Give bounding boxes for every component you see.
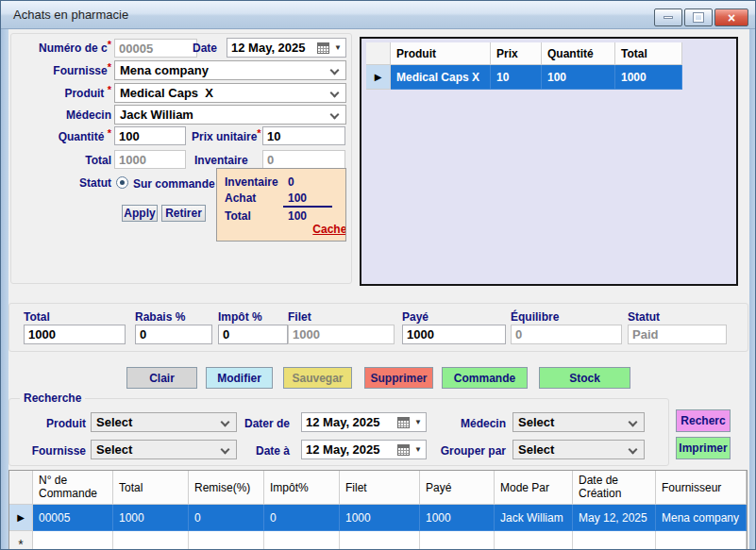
cell[interactable] [495, 531, 573, 550]
hide-popup-link[interactable]: Cacher [312, 223, 346, 236]
cell[interactable]: 1000 [420, 505, 495, 531]
popup-total-value: 100 [288, 209, 307, 223]
order-no-label: Numéro de c* [29, 42, 111, 55]
new-row-selector-cell[interactable]: * [9, 531, 33, 550]
row-selector-icon: ▶ [375, 72, 382, 82]
print-button[interactable]: Imprimer [676, 437, 731, 459]
cell[interactable] [420, 531, 495, 550]
unit-price-input[interactable] [262, 126, 345, 145]
cell[interactable]: 1000 [113, 505, 189, 531]
items-grid-row[interactable]: ▶ Medical Caps X 10 100 1000 [366, 65, 682, 90]
cell[interactable]: 1000 [615, 65, 682, 90]
save-button[interactable]: Sauvegar [283, 367, 352, 389]
column-header[interactable]: Impôt% [264, 471, 340, 505]
balance-input[interactable] [511, 325, 622, 344]
order-button[interactable]: Commande [442, 367, 528, 389]
cell[interactable]: 1000 [340, 505, 420, 531]
remove-button[interactable]: Retirer [161, 205, 206, 222]
column-header[interactable]: Payé [420, 471, 495, 505]
minimize-button[interactable] [654, 8, 682, 26]
orders-grid-new-row[interactable]: * [9, 531, 747, 550]
close-button[interactable]: × [714, 8, 748, 26]
cell[interactable]: Mena company [656, 505, 747, 531]
group-by-label: Grouper par [440, 444, 506, 458]
cell[interactable] [113, 531, 189, 550]
delete-button[interactable]: Supprimer [364, 367, 433, 389]
line-total-input[interactable] [114, 150, 186, 169]
supplier-combo[interactable]: Mena company [114, 60, 346, 80]
cell[interactable]: Medical Caps X [391, 65, 491, 90]
column-header[interactable]: Date de Création [573, 471, 656, 505]
doctor-label: Médecin [29, 108, 111, 122]
search-supplier-label: Fournisse [25, 444, 86, 458]
inventory-input[interactable] [262, 150, 345, 169]
date-dropdown-icon: ▼ [414, 418, 422, 426]
clear-button[interactable]: Clair [126, 367, 197, 389]
column-header[interactable]: Filet [340, 471, 420, 505]
line-total-label: Total [29, 154, 111, 167]
cell[interactable]: 10 [491, 65, 542, 90]
cell[interactable]: 100 [542, 65, 615, 90]
net-input[interactable] [288, 325, 395, 344]
supplier-value: Mena company [120, 63, 209, 77]
cell[interactable] [656, 531, 747, 550]
column-header[interactable]: Fournisseur [656, 471, 747, 505]
status-option-label[interactable]: Sur commande [133, 177, 215, 191]
discount-input[interactable] [135, 325, 212, 344]
stock-button[interactable]: Stock [539, 367, 630, 389]
column-header[interactable]: Total [113, 471, 189, 505]
column-header[interactable]: Quantité [542, 42, 615, 65]
popup-purchase-value: 100 [288, 192, 307, 205]
modify-button[interactable]: Modifier [206, 367, 273, 389]
chevron-down-icon [221, 445, 230, 455]
popup-inventory-value: 0 [288, 175, 294, 189]
orders-grid: N° de Commande Total Remise(%) Impôt% Fi… [8, 470, 748, 550]
row-selector-cell[interactable]: ▶ [366, 65, 391, 90]
search-supplier-combo[interactable]: Select [91, 440, 237, 459]
pay-status-label: Statut [628, 310, 660, 324]
cell[interactable] [264, 531, 340, 550]
column-header[interactable]: Mode Par [495, 471, 573, 505]
cell[interactable]: May 12, 2025 [573, 505, 656, 531]
date-picker[interactable]: 12 May, 2025 ▼ [227, 38, 346, 58]
column-header[interactable]: N° de Commande [33, 471, 113, 505]
cell[interactable]: Jack William [495, 505, 573, 531]
column-header[interactable]: Remise(%) [189, 471, 264, 505]
column-header[interactable]: Prix [491, 42, 542, 65]
close-icon: × [728, 10, 735, 25]
tax-input[interactable] [218, 325, 288, 344]
order-no-input[interactable] [114, 39, 197, 58]
cell[interactable]: 0 [189, 505, 264, 531]
cell[interactable] [340, 531, 420, 550]
doctor-combo[interactable]: Jack William [114, 105, 346, 125]
apply-button[interactable]: Apply [122, 205, 158, 222]
cell[interactable] [33, 531, 113, 550]
calendar-icon [317, 42, 329, 54]
search-product-combo[interactable]: Select [91, 412, 237, 432]
cell[interactable] [573, 531, 656, 550]
date-to-picker[interactable]: 12 May, 2025 ▼ [301, 440, 427, 459]
column-header[interactable]: Total [615, 42, 682, 65]
search-group-title: Recherche [20, 392, 85, 405]
cell[interactable] [189, 531, 264, 550]
column-header[interactable]: Produit [391, 42, 491, 65]
group-by-combo[interactable]: Select [512, 440, 645, 459]
maximize-button[interactable] [684, 8, 713, 26]
paid-input[interactable] [402, 325, 506, 344]
cell[interactable]: 00005 [33, 505, 113, 531]
product-combo[interactable]: Medical Caps X [114, 83, 346, 103]
date-from-picker[interactable]: 12 May, 2025 ▼ [301, 412, 427, 432]
cell[interactable]: 0 [264, 505, 340, 531]
total-label: Total [24, 310, 50, 324]
search-button[interactable]: Recherc [676, 409, 731, 432]
sur-commande-radio[interactable] [116, 176, 128, 189]
chevron-down-icon [330, 110, 340, 120]
qty-input[interactable] [114, 126, 186, 145]
qty-label: Quantité * [29, 130, 111, 143]
pay-status-input[interactable] [628, 325, 727, 344]
app-window: Achats en pharmacie × Numéro de c* Date … [0, 0, 756, 550]
total-input[interactable] [24, 325, 126, 344]
row-selector-cell[interactable]: ▶ [9, 505, 33, 531]
orders-grid-row[interactable]: ▶ 00005 1000 0 0 1000 1000 Jack William … [9, 505, 747, 531]
search-doctor-combo[interactable]: Select [512, 412, 645, 432]
